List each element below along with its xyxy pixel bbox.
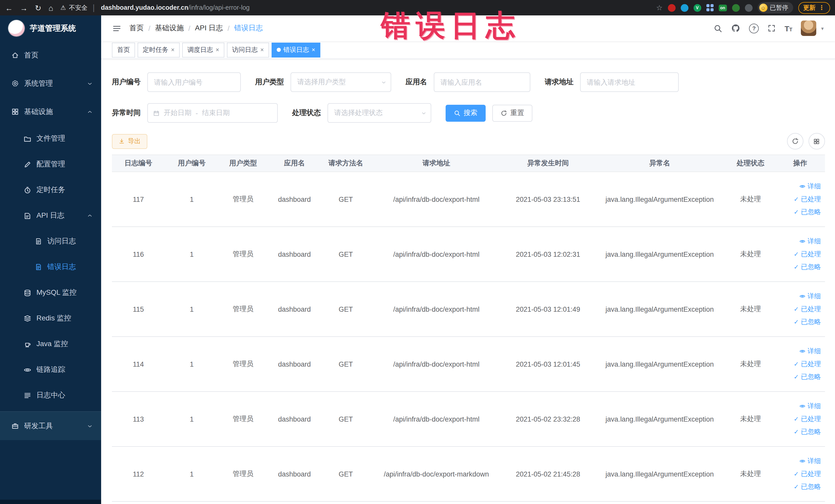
paused-label: 已暂停	[770, 3, 788, 12]
document-icon	[35, 238, 42, 245]
processed-link[interactable]: ✓已处理	[794, 414, 821, 425]
ignored-link[interactable]: ✓已忽略	[794, 481, 821, 492]
ignored-link[interactable]: ✓已忽略	[794, 371, 821, 383]
status-text: 未处理	[726, 172, 775, 226]
tab-schedule-log[interactable]: 调度日志 ×	[182, 42, 224, 57]
breadcrumb-infrastructure[interactable]: 基础设施	[155, 24, 184, 33]
ignored-link[interactable]: ✓已忽略	[794, 426, 821, 438]
folder-icon	[24, 135, 31, 142]
search-button[interactable]: 搜索	[446, 104, 486, 121]
security-label: 不安全	[69, 3, 87, 12]
extension-icon-droplet[interactable]	[680, 4, 688, 12]
processed-link[interactable]: ✓已处理	[794, 248, 821, 260]
user-avatar[interactable]	[801, 21, 816, 36]
chevron-up-icon	[87, 108, 93, 115]
detail-link[interactable]: 详细	[799, 291, 821, 302]
sidebar-item-mysql-monitor[interactable]: MySQL 监控	[0, 280, 101, 305]
profile-emoji-icon: ☺	[759, 4, 767, 12]
check-icon: ✓	[794, 316, 799, 328]
site-security-chip[interactable]: ⚠ 不安全	[60, 3, 87, 12]
end-date-placeholder: 结束日期	[202, 108, 230, 118]
user-id-label: 用户编号	[112, 78, 141, 87]
sidebar-item-home[interactable]: 首页	[0, 41, 101, 69]
sidebar-item-dev-tools[interactable]: 研发工具	[0, 411, 101, 440]
extension-icon-red[interactable]	[668, 4, 675, 12]
close-icon[interactable]: ×	[312, 46, 315, 54]
process-status-select[interactable]: 请选择处理状态	[328, 103, 431, 123]
bookmark-star-icon[interactable]: ☆	[656, 4, 663, 12]
close-icon[interactable]: ×	[216, 46, 219, 54]
user-type-label: 用户类型	[255, 78, 284, 87]
detail-link[interactable]: 详细	[799, 456, 821, 467]
close-icon[interactable]: ×	[171, 46, 175, 54]
avatar-caret-icon[interactable]: ▾	[821, 25, 824, 31]
check-icon: ✓	[794, 261, 799, 273]
tab-access-log[interactable]: 访问日志 ×	[227, 42, 269, 57]
sidebar-item-api-log[interactable]: API 日志	[0, 203, 101, 228]
extension-icon-leaf[interactable]	[732, 4, 739, 12]
address-bar[interactable]: dashboard.yudao.iocoder.cn/infra/log/api…	[101, 4, 653, 11]
refresh-button[interactable]	[787, 133, 803, 149]
help-icon[interactable]: ?	[749, 23, 759, 33]
processed-link[interactable]: ✓已处理	[794, 303, 821, 315]
date-range-picker[interactable]: 开始日期 - 结束日期	[147, 103, 278, 123]
chevron-down-icon	[421, 110, 427, 116]
fullscreen-icon[interactable]	[768, 24, 776, 32]
github-icon[interactable]	[731, 24, 740, 33]
ignored-link[interactable]: ✓已忽略	[794, 316, 821, 328]
user-type-select[interactable]: 请选择用户类型	[290, 73, 391, 92]
breadcrumb-home[interactable]: 首页	[129, 24, 144, 33]
app-name-input[interactable]	[434, 73, 530, 92]
browser-reload-icon[interactable]: ↻	[35, 4, 41, 12]
extension-icon-puzzle[interactable]	[745, 4, 752, 12]
user-id-input[interactable]	[147, 73, 241, 92]
sidebar-item-redis-monitor[interactable]: Redis 监控	[0, 305, 101, 331]
detail-link[interactable]: 详细	[799, 181, 821, 192]
breadcrumb-api-log[interactable]: API 日志	[195, 24, 223, 33]
font-size-icon[interactable]: TT	[785, 24, 792, 32]
ignored-link[interactable]: ✓已忽略	[794, 261, 821, 273]
browser-forward-icon[interactable]: →	[20, 4, 28, 12]
processed-link[interactable]: ✓已处理	[794, 358, 821, 370]
chrome-update-button[interactable]: 更新 ⋮	[798, 2, 830, 14]
sidebar-item-error-log[interactable]: 错误日志	[0, 254, 101, 280]
close-icon[interactable]: ×	[260, 46, 264, 54]
browser-back-icon[interactable]: ←	[5, 4, 13, 12]
tab-scheduled-tasks[interactable]: 定时任务 ×	[138, 42, 180, 57]
tab-home[interactable]: 首页	[112, 42, 135, 57]
processed-link[interactable]: ✓已处理	[794, 194, 821, 205]
processed-link[interactable]: ✓已处理	[794, 468, 821, 480]
hamburger-icon[interactable]	[113, 24, 121, 33]
divider: |	[93, 3, 95, 12]
column-settings-button[interactable]	[808, 133, 825, 149]
search-icon[interactable]	[714, 24, 722, 33]
sidebar-item-file-management[interactable]: 文件管理	[0, 126, 101, 152]
extension-icon-v[interactable]: V	[693, 4, 701, 12]
request-url-label: 请求地址	[545, 78, 573, 87]
sidebar-item-trace[interactable]: 链路追踪	[0, 357, 101, 383]
export-button[interactable]: 导出	[112, 134, 147, 149]
tab-error-log[interactable]: 错误日志 ×	[271, 42, 320, 57]
request-url-input[interactable]	[580, 73, 679, 92]
sidebar-item-log-center[interactable]: 日志中心	[0, 383, 101, 408]
detail-link[interactable]: 详细	[799, 401, 821, 412]
sidebar-item-infrastructure[interactable]: 基础设施	[0, 98, 101, 126]
database-icon	[24, 289, 31, 297]
reset-button[interactable]: 重置	[492, 104, 532, 121]
table-row: 112 1 管理员 dashboard GET /api/infra/db-do…	[112, 447, 825, 502]
sidebar-item-access-log[interactable]: 访问日志	[0, 228, 101, 254]
sidebar-item-java-monitor[interactable]: Java 监控	[0, 331, 101, 357]
profile-paused-chip[interactable]: ☺ 已暂停	[757, 2, 793, 13]
sidebar-collapse-bar[interactable]	[0, 499, 101, 504]
detail-link[interactable]: 详细	[799, 236, 821, 247]
extension-icon-on[interactable]: on	[718, 4, 727, 11]
app-logo[interactable]: 芋道管理系统	[0, 15, 101, 41]
extension-icon-grid[interactable]	[706, 4, 713, 11]
pencil-icon	[24, 160, 31, 168]
sidebar-item-config-management[interactable]: 配置管理	[0, 152, 101, 177]
detail-link[interactable]: 详细	[799, 346, 821, 357]
ignored-link[interactable]: ✓已忽略	[794, 206, 821, 218]
sidebar-item-system-management[interactable]: 系统管理	[0, 69, 101, 98]
browser-home-icon[interactable]: ⌂	[48, 4, 53, 12]
sidebar-item-scheduled-tasks[interactable]: 定时任务	[0, 177, 101, 203]
